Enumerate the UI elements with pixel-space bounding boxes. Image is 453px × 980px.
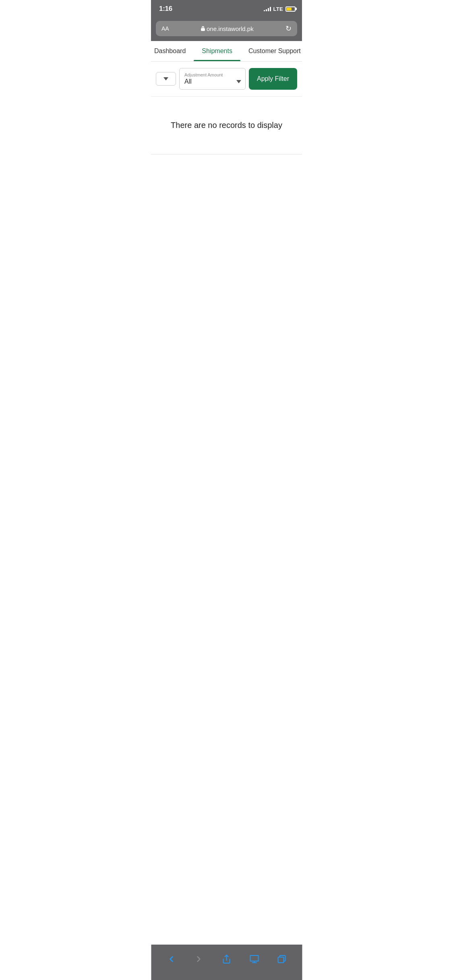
- empty-state-message: There are no records to display: [171, 121, 282, 130]
- nav-tabs: Dashboard Shipments Customer Support P: [151, 41, 302, 62]
- adjustment-amount-dropdown[interactable]: Adjustment Amount All: [179, 68, 246, 90]
- lte-badge: LTE: [273, 6, 283, 12]
- adjustment-amount-label: Adjustment Amount: [184, 72, 241, 77]
- url-bar[interactable]: AA one.instaworld.pk ↻: [151, 18, 302, 41]
- status-bar: 1:16 LTE ⚡: [151, 0, 302, 18]
- status-time: 1:16: [159, 5, 172, 13]
- reload-icon[interactable]: ↻: [285, 24, 292, 33]
- charging-bolt-icon: ⚡: [288, 8, 291, 10]
- chevron-down-icon: [163, 77, 168, 80]
- empty-state: There are no records to display: [151, 97, 302, 154]
- chevron-down-icon: [236, 80, 241, 83]
- content-area: Adjustment Amount All Apply Filter There…: [151, 62, 302, 291]
- filter-dropdown-small[interactable]: [156, 72, 176, 86]
- signal-bars-icon: [264, 6, 271, 11]
- tab-shipments[interactable]: Shipments: [194, 41, 240, 61]
- apply-filter-button[interactable]: Apply Filter: [249, 68, 297, 90]
- tab-customer-support[interactable]: Customer Support: [240, 41, 302, 61]
- lock-icon: [201, 26, 205, 31]
- url-display[interactable]: one.instaworld.pk: [201, 25, 254, 32]
- status-right-icons: LTE ⚡: [264, 6, 296, 12]
- url-text: one.instaworld.pk: [207, 25, 254, 32]
- text-size-button[interactable]: AA: [161, 25, 169, 32]
- adjustment-amount-value: All: [184, 78, 192, 85]
- battery-icon: ⚡: [285, 6, 296, 12]
- tab-dashboard[interactable]: Dashboard: [151, 41, 194, 61]
- filter-row: Adjustment Amount All Apply Filter: [151, 62, 302, 97]
- content-spacer: [151, 154, 302, 275]
